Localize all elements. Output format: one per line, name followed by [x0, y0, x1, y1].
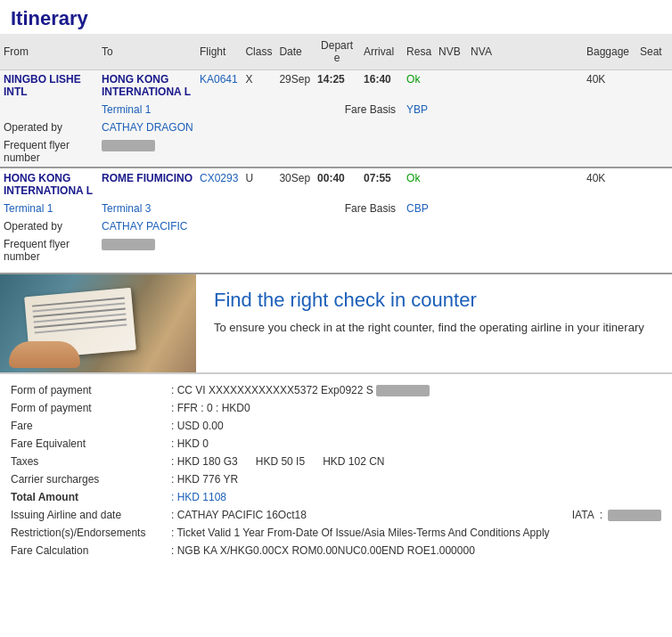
table-row: Frequent flyer number — [0, 235, 672, 265]
total-label: Total Amount — [11, 491, 171, 503]
table-row: Terminal 1 Fare Basis YBP — [0, 101, 672, 118]
seg2-date: 30Sep — [275, 169, 314, 200]
fop1-label: Form of payment — [11, 384, 171, 396]
tax-val3: 102 CN — [348, 455, 385, 468]
issuing-value: : CATHAY PACIFIC 16Oct18 — [171, 509, 307, 521]
banner-image-inner — [0, 274, 196, 372]
iata-separator: : — [600, 509, 602, 521]
seg2-ffn-value — [98, 235, 196, 265]
table-row: HONG KONG INTERNATIONA L ROME FIUMICINO … — [0, 169, 672, 200]
seg2-to-terminal: Terminal 3 — [98, 200, 196, 217]
seg2-resa: Ok — [403, 169, 435, 200]
tax-cur2: HKD — [256, 455, 278, 468]
banner-image — [0, 274, 196, 372]
seg1-empty — [499, 70, 583, 102]
seg2-to: ROME FIUMICINO — [98, 169, 196, 200]
seg2-ffn-blurred — [102, 239, 155, 250]
seg2-empty — [499, 169, 583, 200]
col-nvb: NVB — [435, 34, 467, 70]
seg1-from: NINGBO LISHE INTL — [0, 70, 98, 102]
fare-calc-label: Fare Calculation — [11, 544, 171, 557]
banner-description: To ensure you check in at the right coun… — [214, 319, 644, 337]
seg1-resa: Ok — [403, 70, 435, 102]
col-seat: Seat — [636, 34, 672, 70]
payment-row-fare-calc: Fare Calculation : NGB KA X/HKG0.00CX RO… — [11, 542, 661, 559]
seg2-departure: 00:40 — [314, 169, 360, 200]
restrictions-value: : Ticket Valid 1 Year From-Date Of Issue… — [171, 527, 661, 539]
tax-val2: 50 I5 — [281, 455, 305, 468]
col-nva: NVA — [467, 34, 499, 70]
seg1-operated-value: CATHAY DRAGON — [98, 118, 275, 136]
iata-blurred — [608, 510, 661, 521]
seg2-ffn-label: Frequent flyer number — [0, 235, 98, 265]
seg1-nva — [467, 70, 499, 102]
tax-val1: 180 G3 — [202, 455, 237, 468]
seg2-fare-value: CBP — [403, 200, 499, 217]
payment-row-fare-equiv: Fare Equivalent : HKD 0 — [11, 435, 661, 453]
seg2-class: U — [242, 169, 275, 200]
seg1-flight: KA0641 — [196, 70, 242, 102]
col-flight: Flight — [196, 34, 242, 70]
col-arrival: Arrival — [360, 34, 403, 70]
restrictions-label: Restriction(s)/Endorsements — [11, 527, 171, 539]
col-to: To — [98, 34, 196, 70]
seg2-arrival: 07:55 — [360, 169, 403, 200]
hand-decoration — [9, 341, 80, 368]
seg1-baggage: 40K — [583, 70, 636, 102]
fare-calc-value: : NGB KA X/HKG0.00CX ROM0.00NUC0.00END R… — [171, 544, 661, 557]
seg1-fare-label: Fare Basis — [196, 101, 403, 118]
seg2-flight: CX0293 — [196, 169, 242, 200]
seg1-seat — [636, 70, 672, 102]
seg2-nvb — [435, 169, 467, 200]
seg2-operated-label: Operated by — [0, 217, 98, 235]
table-row: Operated by CATHAY DRAGON — [0, 118, 672, 136]
seg2-from-terminal: Terminal 1 — [0, 200, 98, 217]
table-row: Operated by CATHAY PACIFIC — [0, 217, 672, 235]
seg1-nvb — [435, 70, 467, 102]
carrier-value: : HKD 776 YR — [171, 473, 661, 486]
seg1-ffn-empty — [196, 136, 672, 167]
seg1-to: HONG KONG INTERNATIONA L — [98, 70, 196, 102]
itinerary-table: From To Flight Class Date Departe Arriva… — [0, 34, 672, 265]
seg1-fare-value: YBP — [403, 101, 499, 118]
seg1-ffn-value — [98, 136, 196, 167]
fare-equiv-value: : HKD 0 — [171, 437, 661, 450]
total-value: : HKD 1108 — [171, 491, 661, 503]
col-from: From — [0, 34, 98, 70]
payment-row-fop1: Form of payment : CC VI XXXXXXXXXXXX5372… — [11, 381, 661, 399]
seg1-ffn-blurred — [102, 140, 155, 151]
fare-value: : USD 0.00 — [171, 420, 661, 432]
seg2-fare-empty — [499, 200, 672, 217]
fop1-value: : CC VI XXXXXXXXXXXX5372 Exp0922 S — [171, 384, 661, 396]
seg1-date: 29Sep — [275, 70, 314, 102]
payment-section: Form of payment : CC VI XXXXXXXXXXXX5372… — [0, 373, 672, 567]
seg2-ffn-empty — [196, 235, 672, 265]
fop1-blurred — [376, 385, 430, 396]
payment-row-fop2: Form of payment : FFR : 0 : HKD0 — [11, 399, 661, 417]
col-date: Date — [275, 34, 314, 70]
col-class: Class — [242, 34, 275, 70]
table-header-row: From To Flight Class Date Departe Arriva… — [0, 34, 672, 70]
fare-label: Fare — [11, 420, 171, 432]
col-departure: Departe — [314, 34, 360, 70]
seg1-departure: 14:25 — [314, 70, 360, 102]
iata-label: IATA — [572, 509, 594, 521]
seg2-nva — [467, 169, 499, 200]
payment-row-fare: Fare : USD 0.00 — [11, 417, 661, 435]
seg1-fare-empty — [499, 101, 672, 118]
payment-row-taxes: Taxes : HKD 180 G3 HKD 50 I5 HKD 102 CN — [11, 453, 661, 470]
tax-cur3: HKD — [323, 455, 345, 468]
table-row: Terminal 1 Terminal 3 Fare Basis CBP — [0, 200, 672, 217]
taxes-value: : HKD 180 G3 HKD 50 I5 HKD 102 CN — [171, 455, 661, 468]
fop2-label: Form of payment — [11, 402, 171, 414]
seg2-op-empty — [275, 217, 672, 235]
table-row: NINGBO LISHE INTL HONG KONG INTERNATIONA… — [0, 70, 672, 102]
table-row: Frequent flyer number — [0, 136, 672, 167]
fare-equiv-label: Fare Equivalent — [11, 437, 171, 450]
col-resa: Resa — [403, 34, 435, 70]
seg2-seat — [636, 169, 672, 200]
col-baggage: Baggage — [583, 34, 636, 70]
seg1-to-terminal: Terminal 1 — [98, 101, 196, 118]
payment-row-total: Total Amount : HKD 1108 — [11, 488, 661, 506]
seg1-from-empty — [0, 101, 98, 118]
